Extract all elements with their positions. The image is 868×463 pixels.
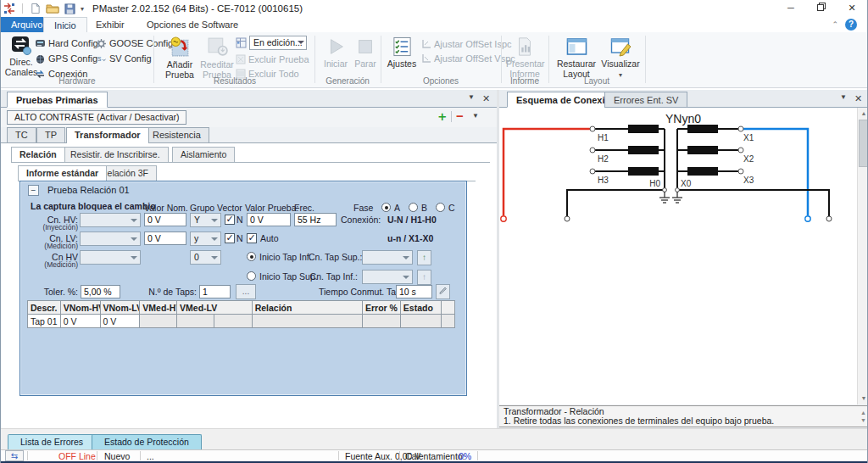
visualizar-button[interactable]: Visualizar ▾: [599, 36, 642, 81]
cell-vnom-lv[interactable]: 0 V: [100, 315, 140, 328]
remove-dropdown-icon[interactable]: ▼: [472, 112, 479, 120]
tab-estado-proteccion[interactable]: Estado de Protección: [92, 434, 202, 450]
fase-c-radio[interactable]: [436, 203, 445, 212]
excluir-prueba-icon: [236, 54, 246, 64]
table-row[interactable]: Tap 01 0 V 0 V: [28, 315, 455, 328]
panel-close-icon[interactable]: ✕: [482, 93, 490, 104]
inicio-tap-sup-radio[interactable]: [247, 271, 256, 281]
fase-a-label: A: [394, 203, 400, 213]
panel-dropdown-icon[interactable]: ▼: [468, 93, 475, 101]
tap-inf-arrow-button[interactable]: ↑: [417, 270, 431, 285]
cn-tap-sup-combo[interactable]: [362, 250, 413, 265]
alto-contraste-button[interactable]: ALTO CONTRASTE (Activar / Desactivar): [7, 110, 186, 125]
panel-dropdown-icon[interactable]: ▼: [840, 93, 847, 101]
inicio-tap-inf-radio[interactable]: [247, 252, 256, 261]
lv-n-checkbox[interactable]: [225, 233, 235, 243]
hard-config-button[interactable]: Hard Config: [35, 37, 98, 49]
cn-hv-combo[interactable]: [80, 213, 141, 227]
tab-aislamiento[interactable]: Aislamiento: [172, 147, 235, 162]
cell-vnom-hv[interactable]: 0 V: [60, 315, 100, 328]
reeditar-prueba-button[interactable]: Reeditar Prueba: [199, 36, 235, 80]
hv-valor-prueba-input[interactable]: 0 V: [247, 213, 291, 226]
ribbon-collapse-icon[interactable]: ⌃: [832, 20, 838, 29]
tab-transformador[interactable]: Transformador: [66, 127, 149, 143]
cn-hv2-combo[interactable]: [80, 250, 141, 265]
hv2-grupo-combo[interactable]: 0: [190, 250, 221, 265]
fase-a-radio[interactable]: [381, 203, 391, 212]
taps-input[interactable]: 1: [199, 285, 231, 298]
right-panel-tabstrip: Esquema de Conexión Errores Ent. SV ▼ ✕: [499, 90, 868, 108]
tab-pruebas-primarias[interactable]: Pruebas Primarias: [7, 92, 108, 108]
excluir-prueba-button[interactable]: Excluir Prueba: [236, 53, 309, 65]
open-folder-icon[interactable]: [46, 3, 59, 14]
hv-frec-input[interactable]: 55 Hz: [294, 213, 337, 226]
left-panel-tabstrip: Pruebas Primarias ▼ ✕: [1, 90, 497, 108]
result-state-icon: [236, 37, 247, 48]
cell-descr[interactable]: Tap 01: [28, 315, 61, 328]
hv-n-checkbox[interactable]: [225, 215, 235, 225]
quick-access-toolbar: ▾: [3, 3, 84, 14]
ajustes-button[interactable]: Ajustes: [386, 36, 418, 69]
save-icon[interactable]: [64, 3, 75, 14]
cell-error: [363, 315, 401, 328]
tab-errores-ent-sv[interactable]: Errores Ent. SV: [604, 92, 687, 108]
tab-informe-estandar[interactable]: Informe estándar: [18, 165, 107, 181]
tab-opciones-software[interactable]: Opciones de Software: [136, 17, 248, 32]
lv-valor-nom-input[interactable]: 0 V: [144, 232, 186, 245]
lv-grupo-combo[interactable]: y: [190, 232, 221, 246]
label-h1: H1: [598, 133, 609, 142]
fase-b-radio[interactable]: [409, 203, 418, 212]
new-document-icon[interactable]: [30, 3, 41, 14]
panel-close-icon[interactable]: ✕: [854, 93, 862, 104]
tap-sup-arrow-button[interactable]: ↑: [417, 250, 431, 265]
lv-winding-x3: [687, 167, 718, 176]
cn-tap-inf-combo[interactable]: [362, 270, 413, 284]
instr-scroll-down-icon[interactable]: ▼: [860, 416, 866, 425]
col-valor-prueba: Valor Prueba:: [245, 203, 298, 213]
hv-grupo-combo[interactable]: Y: [190, 213, 221, 227]
restore-button[interactable]: [806, 0, 837, 17]
auto-checkbox[interactable]: [247, 233, 257, 243]
help-button[interactable]: ?: [845, 19, 857, 31]
gps-config-button[interactable]: GPS Config: [35, 53, 97, 64]
connection-toggle-button[interactable]: ⇆: [5, 450, 24, 461]
restaurar-layout-button[interactable]: Restaurar Layout: [555, 36, 598, 79]
tab-resistencia[interactable]: Resistencia: [144, 127, 209, 142]
hv-winding-h1: [628, 125, 659, 133]
scroll-thumb[interactable]: [859, 120, 868, 167]
iniciar-button[interactable]: Iniciar: [321, 36, 350, 69]
presentar-informe-button[interactable]: Presentar Informe: [506, 36, 543, 79]
terminal-h-neutral: [565, 216, 570, 221]
close-button[interactable]: ✕: [837, 0, 867, 17]
estado-prueba-combo[interactable]: En edición...: [249, 36, 307, 50]
ajustar-offset-ispc-button[interactable]: Ajustar OffSet Ispc: [421, 38, 512, 50]
tab-tp[interactable]: TP: [36, 127, 65, 142]
taps-more-button[interactable]: ...: [236, 284, 256, 299]
add-test-icon[interactable]: ＋: [436, 109, 448, 125]
hv-valor-nom-input[interactable]: 0 V: [144, 213, 186, 226]
tap-time-tool-button[interactable]: [436, 284, 450, 299]
tiempo-input[interactable]: 10 s: [396, 285, 432, 298]
anadir-prueba-button[interactable]: Añadir Prueba: [162, 36, 198, 80]
tab-tc[interactable]: TC: [7, 127, 36, 142]
tab-resistir-inscribirse[interactable]: Resistir. de Inscribirse.: [62, 147, 169, 162]
tab-relacion[interactable]: Relación: [11, 147, 65, 162]
calentamiento-value: 0%: [459, 451, 471, 461]
remove-test-icon[interactable]: −: [456, 109, 464, 123]
sv-config-button[interactable]: s SV Config: [96, 53, 152, 64]
diagram-scrollbar[interactable]: ▲ ▼: [857, 108, 868, 404]
scroll-up-icon[interactable]: ▲: [858, 108, 868, 120]
tab-inicio[interactable]: Inicio: [43, 17, 87, 32]
collapse-test-button[interactable]: −: [28, 185, 39, 196]
qat-dropdown-icon[interactable]: ▾: [81, 5, 84, 13]
divider: [140, 451, 141, 460]
scroll-down-icon[interactable]: ▼: [858, 393, 868, 404]
tab-exhibir[interactable]: Exhibir: [86, 17, 135, 32]
hard-config-icon: [35, 38, 46, 49]
parar-button[interactable]: Parar: [352, 36, 379, 69]
minimize-button[interactable]: ─: [776, 0, 806, 17]
tab-lista-errores[interactable]: Lista de Errores: [8, 434, 96, 450]
cn-lv-combo[interactable]: [80, 232, 141, 246]
direc-canales-button[interactable]: Direc. Canales: [4, 36, 38, 77]
toler-input[interactable]: 5,00 %: [81, 285, 120, 298]
